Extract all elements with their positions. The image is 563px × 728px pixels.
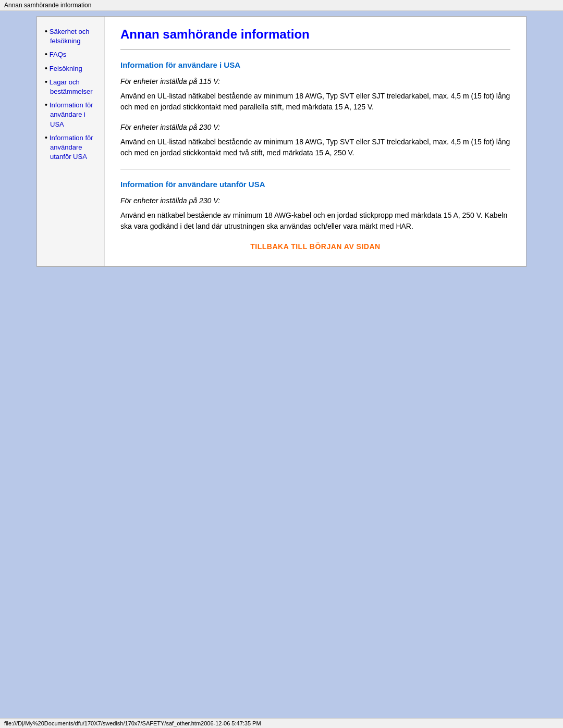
section1-title: Information för användare i USA xyxy=(120,60,510,69)
browser-content: Säkerhet och felsökning FAQs Felsökning … xyxy=(0,11,563,718)
section2-title: Information för användare utanför USA xyxy=(120,180,510,189)
back-to-top-link[interactable]: TILLBAKA TILL BÖRJAN AV SIDAN xyxy=(120,242,510,251)
section2-sub1: För enheter inställda på 230 V: xyxy=(120,196,510,205)
status-bar-text: file:///D|/My%20Documents/dfu/170X7/swed… xyxy=(4,720,261,726)
page-title: Annan samhörande information xyxy=(120,27,510,42)
title-bar: Annan samhörande information xyxy=(0,0,563,11)
sidebar: Säkerhet och felsökning FAQs Felsökning … xyxy=(37,17,105,266)
page-inner: Säkerhet och felsökning FAQs Felsökning … xyxy=(37,17,526,266)
sidebar-link-laws[interactable]: Lagar och bestämmelser xyxy=(50,78,93,95)
section1-sub2: För enheter inställda på 230 V: xyxy=(120,123,510,131)
divider-2 xyxy=(120,169,510,169)
sidebar-item-troubleshoot[interactable]: Felsökning xyxy=(45,64,99,73)
sidebar-item-laws[interactable]: Lagar och bestämmelser xyxy=(45,78,99,96)
sidebar-link-safety[interactable]: Säkerhet och felsökning xyxy=(50,28,90,45)
sidebar-link-info-usa[interactable]: Information för användare i USA xyxy=(50,101,93,128)
sidebar-link-troubleshoot[interactable]: Felsökning xyxy=(50,65,82,72)
sidebar-nav: Säkerhet och felsökning FAQs Felsökning … xyxy=(45,27,99,162)
main-content: Annan samhörande information Information… xyxy=(105,17,526,266)
section1-body1: Använd en UL-listad nätkabel bestående a… xyxy=(120,91,510,113)
divider-1 xyxy=(120,50,510,50)
sidebar-item-info-usa[interactable]: Information för användare i USA xyxy=(45,101,99,129)
sidebar-item-safety[interactable]: Säkerhet och felsökning xyxy=(45,27,99,46)
title-bar-text: Annan samhörande information xyxy=(4,2,91,9)
sidebar-item-faqs[interactable]: FAQs xyxy=(45,50,99,59)
status-bar: file:///D|/My%20Documents/dfu/170X7/swed… xyxy=(0,718,563,728)
sidebar-link-info-outside-usa[interactable]: Information för användare utanför USA xyxy=(50,134,93,161)
sidebar-link-faqs[interactable]: FAQs xyxy=(50,51,67,58)
section1-sub1: För enheter inställda på 115 V: xyxy=(120,77,510,85)
sidebar-item-info-outside-usa[interactable]: Information för användare utanför USA xyxy=(45,133,99,162)
page-container: Säkerhet och felsökning FAQs Felsökning … xyxy=(36,16,527,267)
section1-body2: Använd en UL-listad nätkabel bestående a… xyxy=(120,137,510,158)
section2-body1: Använd en nätkabel bestående av minimum … xyxy=(120,210,510,232)
